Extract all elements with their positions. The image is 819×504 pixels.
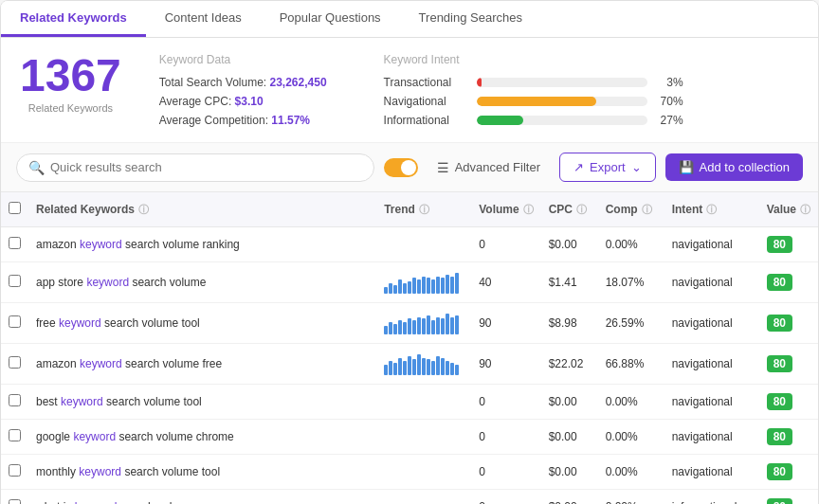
- intent-row-informational: Informational 27%: [384, 114, 683, 127]
- table-row: amazon keyword search volume ranking0$0.…: [1, 227, 818, 262]
- trend-bar-item: [455, 315, 459, 334]
- trend-bar-item: [393, 285, 397, 294]
- tab-content-ideas[interactable]: Content Ideas: [146, 1, 261, 37]
- value-badge: 80: [767, 428, 792, 445]
- tab-bar: Related Keywords Content Ideas Popular Q…: [1, 1, 818, 38]
- tab-trending-searches[interactable]: Trending Searches: [400, 1, 541, 37]
- trend-bar-item: [441, 318, 445, 334]
- th-related-keywords-label: Related Keywords: [36, 203, 135, 216]
- trend-bar-item: [389, 322, 392, 334]
- trend-bar-item: [389, 283, 392, 294]
- row-checkbox[interactable]: [9, 356, 21, 369]
- trend-bar-item: [422, 318, 426, 334]
- volume-cell: 0: [471, 490, 540, 505]
- keyword-intent-title: Keyword Intent: [384, 53, 683, 66]
- value-badge: 80: [767, 393, 792, 410]
- cpc-cell: $8.98: [541, 303, 598, 344]
- trend-cell: [376, 344, 471, 385]
- help-icon-value[interactable]: ⓘ: [800, 203, 810, 217]
- trend-bar-item: [436, 356, 440, 375]
- value-badge: 80: [767, 355, 792, 372]
- intent-cell: navigational: [664, 303, 759, 344]
- th-value-label: Value: [767, 203, 796, 216]
- volume-cell: 0: [471, 420, 540, 455]
- help-icon-keywords[interactable]: ⓘ: [138, 203, 149, 217]
- row-checkbox[interactable]: [9, 315, 21, 328]
- value-badge: 80: [767, 463, 792, 480]
- table-row: monthly keyword search volume tool0$0.00…: [1, 455, 818, 490]
- export-button[interactable]: ↗ Export ⌄: [559, 153, 656, 182]
- trend-bar-item: [422, 277, 426, 294]
- trend-cell: [376, 227, 471, 262]
- trend-bar-item: [384, 365, 388, 375]
- toggle-track[interactable]: [384, 158, 418, 177]
- trend-bar-item: [384, 326, 388, 334]
- value-badge: 80: [767, 236, 792, 253]
- value-cell: 80: [759, 262, 818, 303]
- trend-bar-item: [431, 279, 435, 294]
- kd-value-1: $3.10: [235, 95, 264, 108]
- intent-bar-bg-navigational: [477, 97, 647, 106]
- trend-bar-item: [403, 361, 407, 375]
- keyword-count-label: Related Keywords: [20, 102, 121, 114]
- table-body: amazon keyword search volume ranking0$0.…: [1, 227, 818, 505]
- add-icon: 💾: [679, 160, 694, 174]
- row-checkbox[interactable]: [9, 394, 21, 406]
- keyword-cell: what is keyword search volume: [28, 490, 376, 505]
- help-icon-intent[interactable]: ⓘ: [706, 203, 717, 217]
- stats-section: 1367 Related Keywords Keyword Data Total…: [1, 38, 818, 143]
- volume-cell: 90: [471, 344, 540, 385]
- intent-cell: navigational: [664, 455, 759, 490]
- help-icon-trend[interactable]: ⓘ: [419, 203, 429, 217]
- th-checkbox: [1, 192, 28, 227]
- tab-popular-questions[interactable]: Popular Questions: [261, 1, 400, 37]
- toggle-thumb: [401, 160, 416, 175]
- row-checkbox[interactable]: [9, 237, 21, 249]
- th-trend: Trend ⓘ: [376, 192, 471, 227]
- th-cpc: CPC ⓘ: [541, 192, 598, 227]
- trend-bar-item: [436, 277, 440, 294]
- help-icon-cpc[interactable]: ⓘ: [576, 203, 587, 217]
- comp-cell: 0.00%: [598, 420, 664, 455]
- volume-cell: 0: [471, 227, 540, 262]
- add-to-collection-button[interactable]: 💾 Add to collection: [665, 153, 803, 181]
- tab-related-keywords[interactable]: Related Keywords: [1, 1, 146, 37]
- trend-cell: [376, 455, 471, 490]
- select-all-checkbox[interactable]: [9, 202, 21, 214]
- trend-bar-item: [446, 361, 449, 375]
- value-cell: 80: [759, 490, 818, 505]
- intent-cell: navigational: [664, 262, 759, 303]
- help-icon-volume[interactable]: ⓘ: [523, 203, 534, 217]
- keyword-cell: monthly keyword search volume tool: [28, 455, 376, 490]
- row-checkbox[interactable]: [9, 499, 21, 504]
- trend-bar-item: [450, 363, 454, 375]
- trend-bars: [384, 312, 464, 334]
- kd-value-2: 11.57%: [271, 114, 310, 127]
- intent-cell: navigational: [664, 385, 759, 420]
- chevron-down-icon: ⌄: [631, 160, 642, 174]
- trend-bar-item: [393, 324, 397, 334]
- intent-label-transactional: Transactional: [384, 76, 469, 89]
- trend-bar-item: [408, 281, 411, 294]
- search-input[interactable]: [50, 160, 362, 174]
- cpc-cell: $0.00: [541, 385, 598, 420]
- trend-bar-item: [417, 317, 421, 334]
- row-checkbox[interactable]: [9, 275, 21, 287]
- row-checkbox[interactable]: [9, 429, 21, 441]
- row-checkbox[interactable]: [9, 464, 21, 477]
- th-trend-label: Trend: [384, 203, 415, 216]
- keyword-count: 1367: [20, 53, 121, 99]
- search-box[interactable]: 🔍: [16, 153, 374, 182]
- trend-bar-item: [403, 322, 407, 334]
- cpc-cell: $22.02: [541, 344, 598, 385]
- th-cpc-label: CPC: [549, 203, 573, 216]
- trend-cell: [376, 490, 471, 505]
- advanced-filter-button[interactable]: ☰ Advanced Filter: [428, 154, 550, 181]
- keyword-cell: best keyword search volume tool: [28, 385, 376, 420]
- help-icon-comp[interactable]: ⓘ: [642, 203, 652, 217]
- value-cell: 80: [759, 455, 818, 490]
- trend-bar-item: [431, 361, 435, 375]
- trend-bar-item: [398, 320, 402, 334]
- toggle-switch[interactable]: [384, 158, 418, 177]
- trend-bar-item: [417, 279, 421, 294]
